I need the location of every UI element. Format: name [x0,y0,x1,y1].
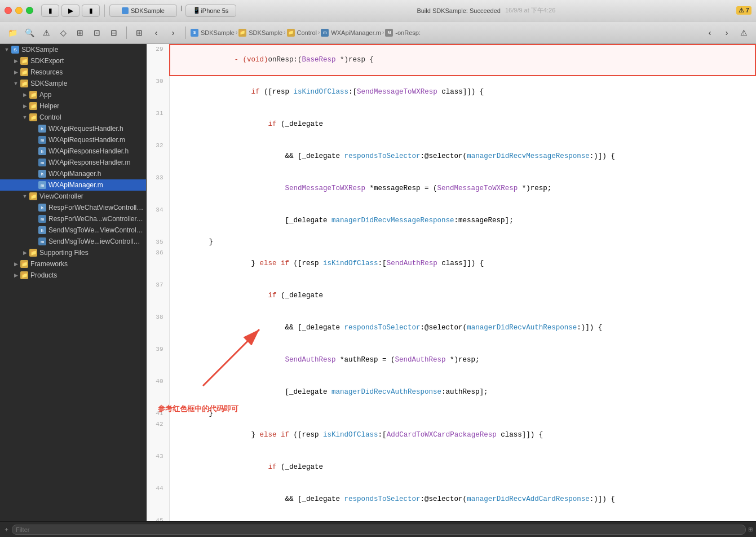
table-row: 33 SendMessageToWXResp *messageResp = (S… [147,173,756,205]
scheme-button[interactable]: SDKSample [109,5,177,17]
sidebar-item-sdksample-root[interactable]: S SDKSample [0,44,146,55]
sidebar-item-sendvcM[interactable]: m SendMsgToWe...iewController.m [0,236,146,247]
label-wxapimgrh: WXApiManager.h [48,170,101,178]
grid-view-btn[interactable]: ⊞ [131,25,147,40]
stop-button[interactable]: ▮ [82,5,100,17]
line-code-31: if (_delegate [169,108,756,140]
sidebar-item-supportingfiles[interactable]: 📁 Supporting Files [0,247,146,258]
sidebar-item-wxapireqh[interactable]: h WXApiRequestHandler.h [0,123,146,134]
version-btn[interactable]: ◇ [55,25,71,40]
warning-nav[interactable]: ⚠ [736,25,751,40]
label-supportingfiles: Supporting Files [39,249,89,257]
sidebar-item-wxapireqm[interactable]: m WXApiRequestHandler.m [0,134,146,146]
bc-forward[interactable]: › [719,25,735,40]
filter-input[interactable] [12,525,746,535]
bc-back[interactable]: ‹ [702,25,718,40]
line-code-44: && [_delegate respondsToSelector:@select… [169,483,756,516]
arrow-viewcontroller [20,192,29,201]
breadcrumb-item-2[interactable]: 📁 SDKSample [238,29,282,37]
label-wxapiresph: WXApiResponseHandler.h [48,147,129,155]
line-code-43: if (_delegate [169,451,756,483]
sidebar-item-wxapimgrh[interactable]: h WXApiManager.h [0,168,146,179]
warning-badge[interactable]: ⚠ 7 [736,6,751,15]
titlebar: ▮ ▶ ▮ SDKSample | 📱 iPhone 5s Build SDKS… [0,0,756,21]
icon-wxapireqh: h [38,125,46,133]
sidebar-item-frameworks[interactable]: 📁 Frameworks [0,258,146,270]
icon-respvcMM: m [38,215,46,223]
project-icon: S [191,29,198,37]
line-num-30: 30 [147,76,169,108]
icon-helper: 📁 [29,102,37,110]
forward-nav[interactable]: › [165,25,181,40]
method-icon: M [385,29,393,37]
arrow-frameworks [11,259,20,268]
label-sdkexport: SDKExport [30,57,64,65]
split-btn[interactable]: ⊡ [89,25,105,40]
hide-button[interactable]: ▮ [41,5,59,17]
panel-btn[interactable]: ⊟ [106,25,122,40]
breadcrumb-item-5[interactable]: M -onResp: [385,29,421,37]
line-num-33: 33 [147,173,169,205]
line-num-39: 39 [147,344,169,376]
arrow-sdksample-root [2,45,11,54]
warning-btn[interactable]: ⚠ [38,25,54,40]
run-button[interactable]: ▶ [61,5,79,17]
code-table: 29 - (void)onResp:(BaseResp *)resp { 30 … [147,44,756,521]
sidebar-item-wxapimgrm[interactable]: m WXApiManager.m [0,179,146,191]
breadcrumb-item-4[interactable]: m WXApiManager.m [321,29,381,37]
line-num-36: 36 [147,248,169,280]
label-sendvcH: SendMsgToWe...ViewController.h [48,226,144,234]
line-num-34: 34 [147,205,169,237]
table-row: 31 if (_delegate [147,108,756,140]
sidebar-item-sdksample-group[interactable]: 📁 SDKSample [0,78,146,89]
bc-sep-3: › [318,29,320,36]
folder-btn[interactable]: 📁 [5,25,20,40]
bc-label-1: SDKSample [201,29,235,36]
breadcrumb-item-1[interactable]: S SDKSample [191,29,235,37]
label-sendvcM: SendMsgToWe...iewController.m [48,237,144,245]
sidebar-item-wxapirespm[interactable]: m WXApiResponseHandler.m [0,157,146,168]
label-wxapirespm: WXApiResponseHandler.m [48,159,130,166]
device-selector[interactable]: 📱 iPhone 5s [185,5,236,17]
filter-options-icon[interactable]: ⊞ [748,526,753,532]
arrow-sdksample-group [11,79,20,88]
code-content[interactable]: 29 - (void)onResp:(BaseResp *)resp { 30 … [147,44,756,521]
arrow-wxapireqm [29,135,38,144]
breadcrumb-item-3[interactable]: 📁 Control [287,29,317,37]
sidebar-item-app[interactable]: 📁 App [0,89,146,100]
grid-btn[interactable]: ⊞ [72,25,88,40]
sidebar-item-sdkexport[interactable]: 📁 SDKExport [0,55,146,67]
label-control: Control [39,113,61,121]
table-row: 36 } else if ([resp isKindOfClass:[SendA… [147,248,756,280]
plus-icon[interactable]: ＋ [3,525,10,534]
icon-products: 📁 [20,271,28,279]
sidebar-item-products[interactable]: 📁 Products [0,270,146,281]
arrow-app [20,90,29,99]
sidebar-item-wxapiresph[interactable]: h WXApiResponseHandler.h [0,146,146,157]
arrow-respvcMM [29,214,38,223]
table-row: 41 } [147,408,756,419]
maximize-button[interactable] [26,7,33,14]
back-nav[interactable]: ‹ [148,25,164,40]
sidebar-item-respvcH[interactable]: h RespForWeChatViewController.h [0,202,146,213]
sidebar-item-control[interactable]: 📁 Control [0,112,146,123]
search-btn[interactable]: 🔍 [21,25,37,40]
icon-wxapimgrh: h [38,170,46,178]
arrow-wxapiresph [29,147,38,156]
icon-frameworks: 📁 [20,260,28,268]
sidebar-item-respvcMM[interactable]: m RespForWeCha...wController.mm [0,213,146,225]
close-button[interactable] [5,7,12,14]
arrow-control [20,113,29,122]
bc-label-5: -onResp: [395,29,421,36]
line-num-41: 41 [147,408,169,419]
folder-icon-2: 📁 [287,29,295,37]
arrow-wxapimgrm [29,181,38,190]
sidebar-item-resources[interactable]: 📁 Resources [0,67,146,78]
sidebar-item-sendvcH[interactable]: h SendMsgToWe...ViewController.h [0,225,146,236]
icon-sendvcM: m [38,237,46,245]
arrow-sendvcH [29,226,38,235]
sidebar-item-helper[interactable]: 📁 Helper [0,100,146,112]
minimize-button[interactable] [15,7,23,14]
sidebar-item-viewcontroller[interactable]: 📁 ViewController [0,191,146,202]
bc-sep-1: › [236,29,237,36]
